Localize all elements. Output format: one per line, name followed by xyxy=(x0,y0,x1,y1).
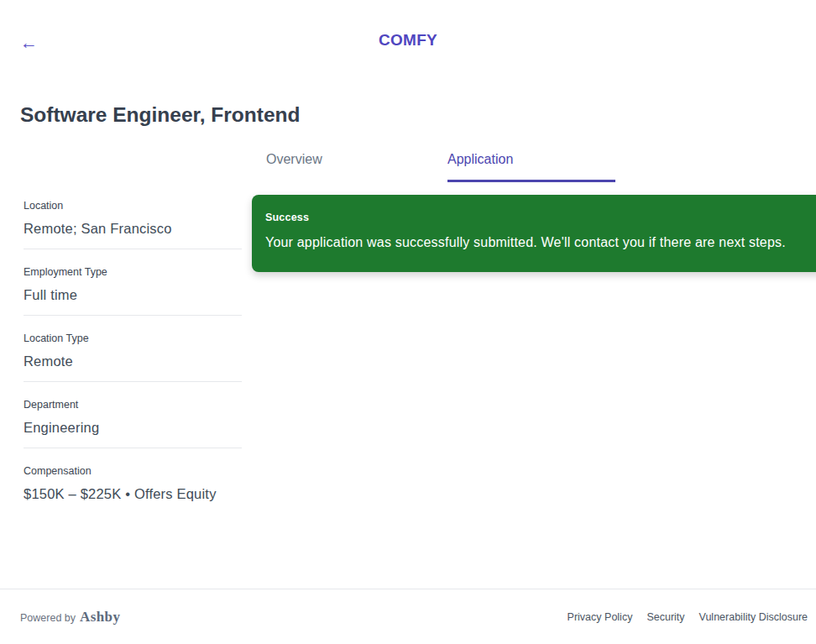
footer-links: Privacy Policy Security Vulnerability Di… xyxy=(568,611,808,623)
detail-value: Full time xyxy=(24,285,242,304)
job-detail-location: Location Remote; San Francisco xyxy=(24,200,242,249)
content-area: Location Remote; San Francisco Employmen… xyxy=(0,151,816,514)
detail-value: Remote; San Francisco xyxy=(24,219,242,238)
main-column: Overview Application Success Your applic… xyxy=(252,151,816,272)
job-detail-department: Department Engineering xyxy=(24,382,242,448)
detail-value: Engineering xyxy=(24,418,242,437)
vulnerability-disclosure-link[interactable]: Vulnerability Disclosure xyxy=(699,611,808,623)
detail-label: Compensation xyxy=(24,465,242,478)
security-link[interactable]: Security xyxy=(646,611,684,623)
detail-label: Location xyxy=(24,200,242,212)
tab-application[interactable]: Application xyxy=(447,151,615,182)
job-detail-location-type: Location Type Remote xyxy=(24,316,242,382)
page-title: Software Engineer, Frontend xyxy=(20,103,796,127)
job-detail-compensation: Compensation $150K – $225K • Offers Equi… xyxy=(24,448,242,514)
success-banner-message: Your application was successfully submit… xyxy=(265,233,786,254)
company-logo: COMFY xyxy=(0,31,816,50)
powered-by-label: Powered by xyxy=(20,612,76,624)
detail-label: Department xyxy=(24,399,242,411)
detail-value: $150K – $225K • Offers Equity xyxy=(24,484,242,503)
detail-label: Location Type xyxy=(24,332,242,345)
success-banner-title: Success xyxy=(265,212,811,224)
privacy-policy-link[interactable]: Privacy Policy xyxy=(568,611,633,623)
job-detail-employment-type: Employment Type Full time xyxy=(24,249,242,316)
footer: Powered by Ashby Privacy Policy Security… xyxy=(0,589,816,644)
tab-overview[interactable]: Overview xyxy=(266,151,434,182)
detail-value: Remote xyxy=(24,352,242,370)
job-posting-page: ← COMFY Software Engineer, Frontend Loca… xyxy=(0,0,816,644)
success-banner: Success Your application was successfull… xyxy=(252,195,816,272)
tab-bar: Overview Application xyxy=(252,151,816,182)
ashby-logo[interactable]: Ashby xyxy=(80,609,120,626)
top-bar: ← COMFY xyxy=(0,0,816,84)
powered-by: Powered by Ashby xyxy=(20,609,120,626)
job-details-sidebar: Location Remote; San Francisco Employmen… xyxy=(20,151,242,514)
detail-label: Employment Type xyxy=(24,266,242,279)
